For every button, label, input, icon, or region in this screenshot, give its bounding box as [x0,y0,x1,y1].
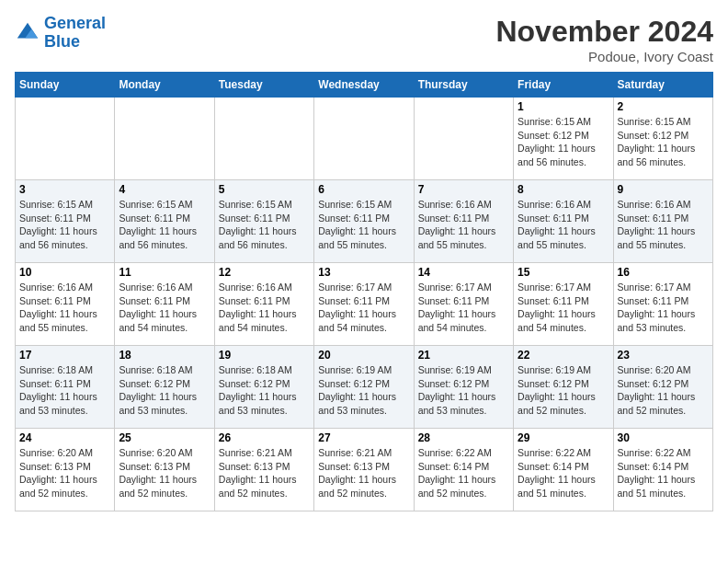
calendar-week-1: 1Sunrise: 6:15 AM Sunset: 6:12 PM Daylig… [16,98,713,180]
title-block: November 2024 Podoue, Ivory Coast [495,15,713,64]
day-info: Sunrise: 6:19 AM Sunset: 6:12 PM Dayligh… [518,363,609,418]
day-info: Sunrise: 6:22 AM Sunset: 6:14 PM Dayligh… [618,446,709,500]
calendar-cell: 12Sunrise: 6:16 AM Sunset: 6:11 PM Dayli… [214,263,313,346]
calendar-cell: 15Sunrise: 6:17 AM Sunset: 6:11 PM Dayli… [514,263,613,346]
day-info: Sunrise: 6:15 AM Sunset: 6:11 PM Dayligh… [318,198,409,252]
day-info: Sunrise: 6:16 AM Sunset: 6:11 PM Dayligh… [418,198,509,252]
day-info: Sunrise: 6:15 AM Sunset: 6:11 PM Dayligh… [19,198,110,252]
calendar-table: SundayMondayTuesdayWednesdayThursdayFrid… [15,72,713,511]
day-number: 8 [518,183,609,196]
day-info: Sunrise: 6:21 AM Sunset: 6:13 PM Dayligh… [219,446,310,500]
day-number: 23 [618,349,709,362]
day-info: Sunrise: 6:18 AM Sunset: 6:12 PM Dayligh… [119,363,210,418]
day-number: 2 [618,100,709,113]
day-number: 15 [518,266,609,279]
calendar-cell: 22Sunrise: 6:19 AM Sunset: 6:12 PM Dayli… [514,346,613,429]
page-subtitle: Podoue, Ivory Coast [495,49,713,64]
logo-general: General [44,14,106,32]
calendar-cell [214,98,313,180]
logo-icon [15,20,40,46]
calendar-cell: 2Sunrise: 6:15 AM Sunset: 6:12 PM Daylig… [613,98,712,180]
calendar-cell: 23Sunrise: 6:20 AM Sunset: 6:12 PM Dayli… [613,346,712,429]
calendar-cell [314,98,414,180]
day-info: Sunrise: 6:22 AM Sunset: 6:14 PM Dayligh… [418,446,509,500]
calendar-cell: 16Sunrise: 6:17 AM Sunset: 6:11 PM Dayli… [613,263,712,346]
day-number: 10 [19,266,110,279]
calendar-cell: 7Sunrise: 6:16 AM Sunset: 6:11 PM Daylig… [414,180,513,263]
day-number: 21 [418,349,509,362]
calendar-cell: 1Sunrise: 6:15 AM Sunset: 6:12 PM Daylig… [514,98,613,180]
day-number: 16 [618,266,709,279]
calendar-cell: 4Sunrise: 6:15 AM Sunset: 6:11 PM Daylig… [115,180,214,263]
calendar-cell: 10Sunrise: 6:16 AM Sunset: 6:11 PM Dayli… [16,263,115,346]
day-number: 7 [418,183,509,196]
day-number: 14 [418,266,509,279]
day-number: 9 [618,183,709,196]
day-info: Sunrise: 6:17 AM Sunset: 6:11 PM Dayligh… [618,281,709,335]
calendar-cell: 13Sunrise: 6:17 AM Sunset: 6:11 PM Dayli… [314,263,414,346]
header-tuesday: Tuesday [214,73,313,98]
day-number: 24 [19,431,110,444]
day-info: Sunrise: 6:16 AM Sunset: 6:11 PM Dayligh… [119,281,210,335]
calendar-cell [16,98,115,180]
day-number: 28 [418,431,509,444]
day-info: Sunrise: 6:19 AM Sunset: 6:12 PM Dayligh… [418,363,509,418]
calendar-cell: 20Sunrise: 6:19 AM Sunset: 6:12 PM Dayli… [314,346,414,429]
day-number: 30 [618,431,709,444]
day-info: Sunrise: 6:16 AM Sunset: 6:11 PM Dayligh… [19,281,110,335]
page-title: November 2024 [495,15,713,49]
day-info: Sunrise: 6:19 AM Sunset: 6:12 PM Dayligh… [318,363,409,418]
day-number: 20 [318,349,409,362]
day-number: 13 [318,266,409,279]
day-info: Sunrise: 6:17 AM Sunset: 6:11 PM Dayligh… [518,281,609,335]
day-number: 25 [119,431,210,444]
calendar-week-5: 24Sunrise: 6:20 AM Sunset: 6:13 PM Dayli… [16,429,713,511]
header-saturday: Saturday [613,73,712,98]
calendar-cell: 29Sunrise: 6:22 AM Sunset: 6:14 PM Dayli… [514,429,613,511]
calendar-cell [414,98,513,180]
day-number: 22 [518,349,609,362]
day-number: 5 [219,183,310,196]
day-info: Sunrise: 6:15 AM Sunset: 6:11 PM Dayligh… [119,198,210,252]
calendar-cell: 18Sunrise: 6:18 AM Sunset: 6:12 PM Dayli… [115,346,214,429]
calendar-cell: 30Sunrise: 6:22 AM Sunset: 6:14 PM Dayli… [613,429,712,511]
calendar-week-4: 17Sunrise: 6:18 AM Sunset: 6:11 PM Dayli… [16,346,713,429]
day-info: Sunrise: 6:18 AM Sunset: 6:12 PM Dayligh… [219,363,310,418]
calendar-cell: 6Sunrise: 6:15 AM Sunset: 6:11 PM Daylig… [314,180,414,263]
day-info: Sunrise: 6:17 AM Sunset: 6:11 PM Dayligh… [418,281,509,335]
day-number: 3 [19,183,110,196]
day-number: 1 [518,100,609,113]
day-number: 12 [219,266,310,279]
calendar-cell: 21Sunrise: 6:19 AM Sunset: 6:12 PM Dayli… [414,346,513,429]
calendar-cell: 24Sunrise: 6:20 AM Sunset: 6:13 PM Dayli… [16,429,115,511]
calendar-cell: 11Sunrise: 6:16 AM Sunset: 6:11 PM Dayli… [115,263,214,346]
day-number: 4 [119,183,210,196]
day-info: Sunrise: 6:22 AM Sunset: 6:14 PM Dayligh… [518,446,609,500]
calendar-cell: 3Sunrise: 6:15 AM Sunset: 6:11 PM Daylig… [16,180,115,263]
calendar-cell: 26Sunrise: 6:21 AM Sunset: 6:13 PM Dayli… [214,429,313,511]
day-number: 29 [518,431,609,444]
day-info: Sunrise: 6:20 AM Sunset: 6:13 PM Dayligh… [119,446,210,500]
header-thursday: Thursday [414,73,513,98]
day-info: Sunrise: 6:15 AM Sunset: 6:12 PM Dayligh… [518,115,609,169]
day-info: Sunrise: 6:16 AM Sunset: 6:11 PM Dayligh… [518,198,609,252]
logo: General Blue [15,15,106,52]
header-friday: Friday [514,73,613,98]
day-number: 17 [19,349,110,362]
day-info: Sunrise: 6:16 AM Sunset: 6:11 PM Dayligh… [219,281,310,335]
calendar-header-row: SundayMondayTuesdayWednesdayThursdayFrid… [16,73,713,98]
day-info: Sunrise: 6:18 AM Sunset: 6:11 PM Dayligh… [19,363,110,418]
calendar-cell: 28Sunrise: 6:22 AM Sunset: 6:14 PM Dayli… [414,429,513,511]
day-info: Sunrise: 6:16 AM Sunset: 6:11 PM Dayligh… [618,198,709,252]
calendar-cell: 17Sunrise: 6:18 AM Sunset: 6:11 PM Dayli… [16,346,115,429]
calendar-cell: 5Sunrise: 6:15 AM Sunset: 6:11 PM Daylig… [214,180,313,263]
calendar-cell: 14Sunrise: 6:17 AM Sunset: 6:11 PM Dayli… [414,263,513,346]
logo-text: General Blue [44,15,106,52]
page-header: General Blue November 2024 Podoue, Ivory… [15,15,713,64]
calendar-cell: 8Sunrise: 6:16 AM Sunset: 6:11 PM Daylig… [514,180,613,263]
day-number: 27 [318,431,409,444]
day-number: 19 [219,349,310,362]
day-number: 26 [219,431,310,444]
header-monday: Monday [115,73,214,98]
logo-blue: Blue [44,32,80,51]
